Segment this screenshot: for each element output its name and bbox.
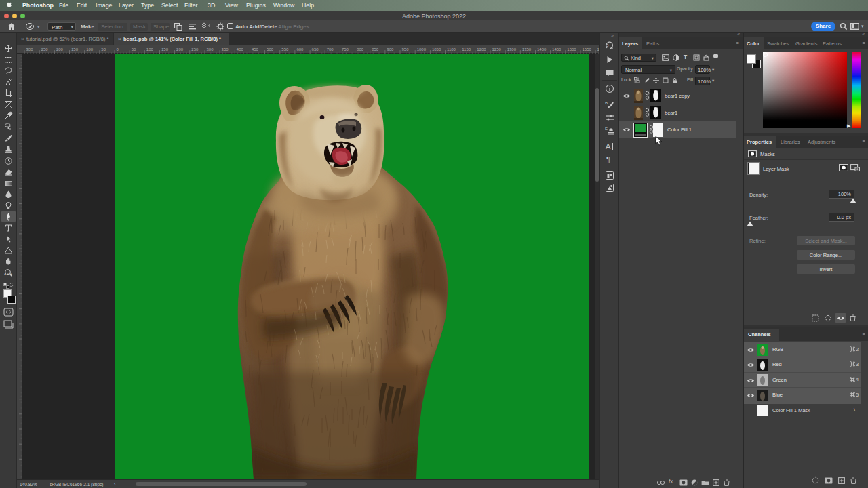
svg-text:50: 50	[132, 47, 136, 52]
svg-text:350: 350	[222, 47, 229, 52]
svg-text:1300: 1300	[507, 47, 517, 52]
svg-text:300: 300	[207, 47, 214, 52]
svg-text:450: 450	[252, 47, 259, 52]
svg-text:250: 250	[191, 47, 199, 52]
svg-text:400: 400	[237, 47, 244, 52]
svg-text:¶: ¶	[606, 155, 610, 163]
svg-text:100: 100	[146, 47, 154, 52]
svg-text:E: E	[605, 127, 608, 131]
svg-text:950: 950	[402, 47, 410, 52]
svg-text:550: 550	[281, 47, 289, 52]
svg-text:1050: 1050	[432, 47, 441, 52]
svg-text:600: 600	[296, 47, 304, 52]
svg-text:B: B	[605, 101, 608, 105]
svg-text:A: A	[606, 142, 611, 150]
svg-text:50: 50	[101, 47, 106, 52]
svg-text:100: 100	[86, 47, 94, 52]
svg-text:1000: 1000	[417, 47, 427, 52]
svg-text:1250: 1250	[492, 47, 502, 52]
svg-text:500: 500	[267, 47, 274, 52]
svg-text:250: 250	[41, 47, 49, 52]
svg-text:200: 200	[56, 47, 64, 52]
svg-text:1450: 1450	[552, 47, 561, 52]
svg-text:5: 5	[606, 43, 609, 47]
svg-text:800: 800	[357, 47, 364, 52]
svg-text:0: 0	[117, 47, 119, 52]
svg-text:700: 700	[327, 47, 334, 52]
svg-text:300: 300	[26, 47, 34, 52]
svg-text:850: 850	[372, 47, 379, 52]
svg-text:1200: 1200	[477, 47, 486, 52]
svg-text:900: 900	[387, 47, 394, 52]
svg-text:150: 150	[161, 47, 169, 52]
svg-text:1550: 1550	[583, 47, 592, 52]
svg-text:750: 750	[342, 47, 349, 52]
svg-text:1150: 1150	[462, 47, 471, 52]
svg-text:1500: 1500	[567, 47, 576, 52]
svg-text:1100: 1100	[447, 47, 456, 52]
svg-text:1350: 1350	[522, 47, 532, 52]
svg-text:1400: 1400	[537, 47, 547, 52]
svg-text:650: 650	[312, 47, 319, 52]
svg-text:150: 150	[71, 47, 79, 52]
svg-text:200: 200	[176, 47, 184, 52]
